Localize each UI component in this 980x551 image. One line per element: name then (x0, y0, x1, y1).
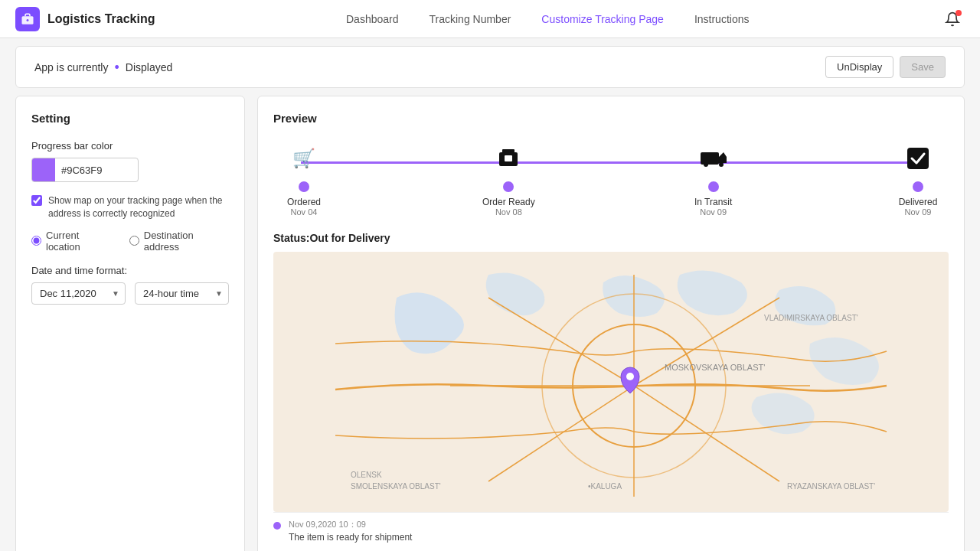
time-select-wrapper: 24-hour time 12-hour time ▼ (135, 282, 229, 305)
svg-text:MOSKOVSKAYA OBLAST': MOSKOVSKAYA OBLAST' (665, 363, 765, 372)
delivery-status: Status:Out for Delivery (273, 232, 949, 244)
preview-title: Preview (273, 112, 949, 125)
svg-text:RYAZANSKAYA OBLAST': RYAZANSKAYA OBLAST' (787, 482, 875, 491)
step-in-transit-dot (708, 181, 719, 192)
notification-badge (956, 10, 962, 16)
step-ordered-date: Nov 04 (291, 207, 318, 217)
map-checkbox-row: Show map on your tracking page when the … (31, 194, 229, 220)
radio-destination-label: Destination address (144, 230, 229, 253)
radio-destination-input[interactable] (129, 236, 139, 246)
color-swatch[interactable] (32, 158, 55, 181)
step-order-ready-dot (503, 181, 514, 192)
step-order-ready-date: Nov 08 (495, 207, 522, 217)
step-in-transit-date: Nov 09 (700, 207, 727, 217)
color-label: Progress bar color (31, 140, 229, 152)
radio-destination[interactable]: Destination address (129, 230, 229, 253)
step-ordered-dot (299, 181, 309, 192)
map-checkbox[interactable] (31, 195, 42, 206)
location-radio-group: Current location Destination address (31, 230, 229, 253)
svg-text:VLADIMIRSKAYA OBLAST': VLADIMIRSKAYA OBLAST' (764, 314, 858, 322)
svg-point-19 (626, 373, 634, 380)
map-checkbox-label: Show map on your tracking page when the … (48, 194, 229, 220)
date-format-row: Dec 11,2020 Nov 11,2020 Jan 01,2021 ▼ 24… (31, 282, 229, 305)
step-delivered-icon (900, 140, 936, 177)
step-ordered: 🛒 Ordered Nov 04 (273, 140, 335, 217)
nav-customize[interactable]: Customize Tracking Page (541, 13, 664, 25)
color-input-row (31, 158, 139, 182)
time-format-select[interactable]: 24-hour time 12-hour time (135, 282, 229, 305)
color-text-input[interactable] (55, 161, 138, 179)
header-left: Logistics Tracking (15, 7, 155, 31)
save-button[interactable]: Save (900, 56, 946, 78)
svg-rect-9 (907, 148, 929, 169)
step-ordered-label: Ordered (287, 197, 321, 207)
map-svg: MOSKOVSKAYA OBLAST' VLADIMIRSKAYA OBLAST… (273, 252, 949, 512)
map-container: MOSKOVSKAYA OBLAST' VLADIMIRSKAYA OBLAST… (273, 252, 949, 512)
step-delivered: Delivered Nov 09 (887, 140, 949, 217)
date-select-wrapper: Dec 11,2020 Nov 11,2020 Jan 01,2021 ▼ (31, 282, 126, 305)
status-bar: App is currently • Displayed UnDisplay S… (15, 46, 965, 88)
main-content: Setting Progress bar color Show map on y… (0, 96, 980, 551)
progress-tracker: 🛒 Ordered Nov 04 Order Ready Nov 08 (273, 140, 949, 217)
svg-point-7 (704, 162, 708, 167)
step-ordered-icon: 🛒 (286, 140, 322, 177)
step-in-transit: In Transit Nov 09 (683, 140, 744, 217)
main-nav: Dashboard Tracking Number Customize Trac… (346, 13, 749, 25)
status-dot: • (114, 60, 119, 74)
svg-text:OLENSK: OLENSK (351, 471, 382, 479)
header-right (940, 7, 965, 31)
nav-dashboard[interactable]: Dashboard (346, 13, 399, 25)
svg-rect-6 (701, 152, 719, 165)
status-prefix: App is currently (34, 61, 108, 73)
logo-icon (15, 7, 40, 31)
timeline-time: Nov 09,2020 10：09 (289, 519, 412, 530)
nav-tracking-number[interactable]: Tracking Number (430, 13, 511, 25)
timeline-entry: Nov 09,2020 10：09 The item is ready for … (273, 512, 949, 549)
bell-button[interactable] (940, 7, 965, 31)
step-delivered-label: Delivered (899, 197, 938, 207)
svg-rect-4 (502, 149, 514, 154)
radio-current-input[interactable] (31, 236, 41, 246)
undisplay-button[interactable]: UnDisplay (825, 56, 893, 78)
step-in-transit-label: In Transit (694, 197, 732, 207)
date-format-select[interactable]: Dec 11,2020 Nov 11,2020 Jan 01,2021 (31, 282, 126, 305)
settings-title: Setting (31, 112, 229, 125)
preview-panel: Preview 🛒 Ordered Nov 04 Orde (257, 96, 965, 551)
date-format-label: Date and time format: (31, 265, 229, 276)
step-in-transit-icon (695, 140, 732, 177)
svg-rect-5 (505, 155, 512, 161)
app-title: Logistics Tracking (47, 12, 155, 26)
timeline-content: Nov 09,2020 10：09 The item is ready for … (289, 519, 412, 543)
timeline-dot (273, 522, 281, 530)
step-order-ready: Order Ready Nov 08 (478, 140, 539, 217)
step-delivered-dot (913, 181, 923, 192)
status-actions: UnDisplay Save (825, 56, 946, 78)
radio-current-location[interactable]: Current location (31, 230, 114, 253)
step-order-ready-icon (490, 140, 527, 177)
radio-current-label: Current location (46, 230, 114, 253)
timeline-text: The item is ready for shipment (289, 532, 412, 543)
step-delivered-date: Nov 09 (905, 207, 932, 217)
nav-instructions[interactable]: Instructions (694, 13, 750, 25)
status-value: Displayed (126, 61, 172, 73)
svg-text:SMOLENSKAYA OBLAST': SMOLENSKAYA OBLAST' (351, 482, 441, 491)
settings-panel: Setting Progress bar color Show map on y… (15, 96, 245, 551)
status-left: App is currently • Displayed (34, 60, 172, 74)
step-order-ready-label: Order Ready (482, 197, 535, 207)
progress-line (301, 161, 921, 164)
header: Logistics Tracking Dashboard Tracking Nu… (0, 0, 980, 38)
svg-point-8 (719, 162, 724, 167)
svg-text:•KALUGA: •KALUGA (588, 482, 622, 491)
